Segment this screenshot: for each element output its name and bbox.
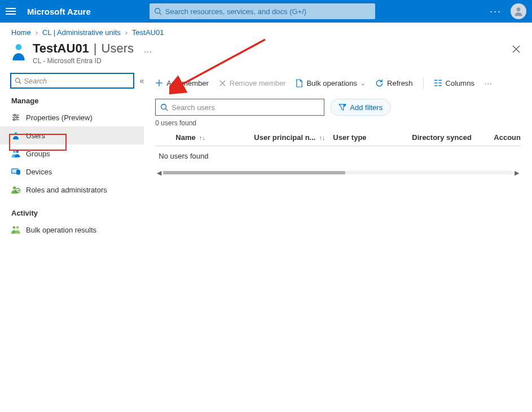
svg-point-9	[14, 115, 16, 116]
search-icon	[160, 103, 168, 111]
svg-point-6	[16, 78, 20, 83]
sidebar-item-roles[interactable]: Roles and administrators	[0, 181, 144, 199]
sidebar-item-users[interactable]: Users	[0, 126, 144, 144]
filter-icon	[338, 104, 346, 111]
results-count: 0 users found	[155, 119, 521, 127]
empty-state: No users found	[155, 146, 521, 166]
svg-point-2	[517, 7, 521, 11]
scroll-left-arrow[interactable]: ◀	[155, 169, 163, 177]
roles-icon	[11, 185, 20, 194]
add-member-button[interactable]: Add member	[155, 79, 208, 87]
svg-point-19	[13, 186, 16, 189]
close-icon	[512, 45, 521, 54]
scroll-right-arrow[interactable]: ▶	[513, 169, 521, 177]
chevron-right-icon: ›	[125, 28, 127, 37]
svg-point-3	[16, 44, 22, 50]
svg-line-1	[159, 13, 161, 15]
plus-icon	[155, 79, 163, 87]
column-dirsynced[interactable]: Directory synced	[412, 133, 494, 142]
svg-point-11	[16, 117, 18, 119]
sidebar-item-devices[interactable]: Devices	[0, 163, 144, 181]
sidebar-item-label: Users	[26, 132, 45, 140]
sidebar-item-groups[interactable]: Groups	[0, 144, 144, 163]
horizontal-scrollbar[interactable]: ◀ ▶	[155, 168, 521, 177]
document-icon	[296, 79, 303, 87]
sidebar-section-manage: Manage	[11, 97, 144, 105]
command-bar: Add member Remove member Bulk operations…	[155, 73, 521, 93]
page-title-suffix: Users	[102, 41, 134, 56]
svg-point-33	[161, 104, 166, 109]
x-icon	[219, 80, 226, 87]
sidebar-item-bulk-results[interactable]: Bulk operation results	[0, 221, 144, 239]
scroll-thumb[interactable]	[163, 171, 345, 174]
chevron-right-icon: ›	[36, 28, 38, 37]
page-subtitle: CL - Microsoft Entra ID	[33, 57, 134, 65]
header-more-button[interactable]: ···	[144, 47, 152, 56]
breadcrumb: Home › CL | Administrative units › TestA…	[0, 23, 532, 41]
breadcrumb-home[interactable]: Home	[11, 28, 31, 37]
svg-line-7	[19, 82, 21, 84]
remove-member-button: Remove member	[219, 79, 286, 87]
bulk-results-icon	[11, 225, 20, 234]
sidebar-search-input[interactable]	[24, 77, 130, 85]
global-search-input[interactable]	[165, 7, 371, 16]
scroll-track[interactable]	[163, 171, 513, 174]
chevron-down-icon: ⌄	[360, 80, 365, 86]
column-upn[interactable]: User principal n... ↑↓	[254, 133, 333, 142]
tool-label: Bulk operations	[306, 79, 357, 87]
title-separator: |	[94, 41, 97, 56]
column-name[interactable]: Name ↑↓	[155, 133, 254, 142]
search-users-field[interactable]	[155, 99, 324, 116]
azure-brand[interactable]: Microsoft Azure	[27, 7, 91, 16]
svg-line-34	[166, 109, 168, 111]
tool-label: Add member	[166, 79, 208, 87]
search-icon	[154, 7, 162, 15]
page-title: TestAU01	[33, 41, 89, 56]
column-usertype[interactable]: User type	[333, 133, 412, 142]
toolbar-more-button[interactable]: ···	[485, 79, 493, 87]
sidebar-section-activity: Activity	[11, 209, 144, 217]
global-search[interactable]	[150, 3, 375, 19]
svg-point-14	[15, 132, 17, 135]
devices-icon	[11, 167, 20, 176]
refresh-button[interactable]: Refresh	[375, 79, 413, 87]
close-blade-button[interactable]	[512, 45, 521, 55]
columns-button[interactable]: Columns	[434, 79, 474, 87]
bulk-operations-button[interactable]: Bulk operations ⌄	[296, 79, 365, 87]
sidebar-item-label: Groups	[26, 150, 50, 158]
person-icon	[513, 6, 524, 17]
svg-rect-18	[17, 170, 20, 174]
tool-label: Columns	[446, 79, 474, 87]
columns-icon	[434, 80, 442, 86]
collapse-sidebar-button[interactable]: «	[140, 76, 144, 85]
tool-label: Remove member	[230, 79, 286, 87]
account-avatar[interactable]	[511, 3, 526, 19]
breadcrumb-current[interactable]: TestAU01	[132, 28, 164, 37]
sidebar-item-label: Roles and administrators	[26, 186, 107, 194]
svg-point-22	[16, 226, 19, 229]
column-label: Accoun	[494, 133, 521, 142]
refresh-icon	[375, 79, 384, 87]
page-header: TestAU01 | Users CL - Microsoft Entra ID…	[0, 41, 532, 71]
sidebar-search[interactable]	[10, 73, 134, 89]
column-label: Directory synced	[412, 133, 472, 142]
topbar-more-button[interactable]: ···	[490, 6, 502, 17]
table-header: Name ↑↓ User principal n... ↑↓ User type…	[155, 129, 521, 146]
tool-label: Refresh	[387, 79, 413, 87]
sidebar-item-label: Properties (Preview)	[26, 113, 93, 122]
main-panel: Add member Remove member Bulk operations…	[144, 71, 532, 412]
column-account[interactable]: Accoun	[494, 133, 521, 142]
menu-toggle-button[interactable]	[6, 8, 16, 15]
sidebar-item-properties[interactable]: Properties (Preview)	[0, 108, 144, 126]
sidebar-item-label: Devices	[26, 168, 52, 176]
svg-point-21	[13, 226, 16, 229]
column-label: Name	[175, 133, 195, 142]
breadcrumb-admin-units[interactable]: CL | Administrative units	[42, 28, 121, 37]
sidebar-item-label: Bulk operation results	[26, 226, 96, 234]
azure-top-bar: Microsoft Azure ···	[0, 0, 532, 23]
search-icon	[15, 77, 21, 84]
svg-point-15	[13, 150, 16, 153]
add-filters-button[interactable]: Add filters	[330, 99, 391, 116]
search-users-input[interactable]	[172, 103, 319, 112]
svg-point-13	[14, 119, 15, 121]
